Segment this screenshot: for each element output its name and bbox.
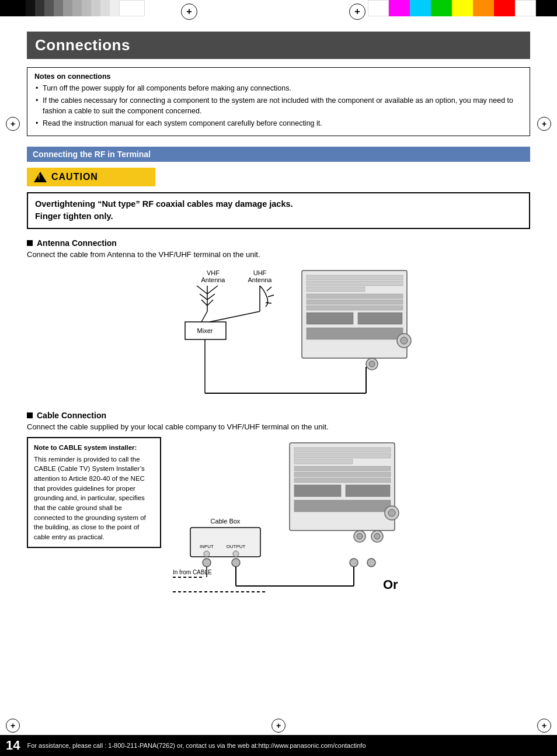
- caution-label: CAUTION: [51, 172, 98, 182]
- svg-point-59: [232, 559, 240, 567]
- cable-note-title: Note to CABLE system installer:: [34, 443, 154, 453]
- rf-section-header: Connecting the RF in Terminal: [27, 147, 530, 162]
- svg-rect-23: [307, 287, 365, 292]
- svg-text:Or: Or: [383, 577, 398, 592]
- reg-mark-bottom-left: +: [6, 719, 20, 733]
- caution-box: CAUTION: [27, 168, 155, 186]
- notes-item-2: If the cables necessary for connecting a…: [34, 95, 523, 116]
- footer-text: For assistance, please call : 1-800-211-…: [27, 742, 365, 749]
- svg-rect-38: [294, 453, 391, 458]
- left-color-bars: [0, 0, 145, 16]
- svg-text:Antenna: Antenna: [201, 276, 226, 283]
- svg-rect-21: [307, 275, 403, 280]
- cable-section-title: Cable Connection: [27, 411, 530, 420]
- warning-text-box: Overtightening “Nut type” RF coaxial cab…: [27, 192, 530, 230]
- svg-rect-42: [294, 478, 391, 483]
- svg-line-17: [201, 311, 207, 322]
- reg-mark-right: +: [537, 117, 551, 131]
- svg-point-61: [367, 559, 375, 567]
- footer: 14 For assistance, please call : 1-800-2…: [0, 735, 557, 756]
- svg-rect-43: [294, 485, 341, 497]
- cable-section: Cable Connection Connect the cable suppl…: [27, 411, 530, 597]
- reg-mark-bottom-right: +: [537, 719, 551, 733]
- page-title: Connections: [27, 32, 530, 59]
- svg-text:INPUT: INPUT: [200, 544, 214, 549]
- svg-rect-26: [307, 306, 403, 310]
- svg-rect-28: [358, 313, 402, 324]
- square-bullet-icon: [27, 240, 33, 246]
- svg-rect-41: [294, 472, 391, 477]
- svg-line-13: [268, 295, 274, 297]
- right-color-bars: [368, 0, 557, 16]
- cable-note-box: Note to CABLE system installer: This rem…: [27, 437, 161, 548]
- svg-rect-22: [307, 281, 403, 286]
- svg-text:Antenna: Antenna: [248, 276, 273, 283]
- cable-diagram-area: Cable Box INPUT OUTPUT: [173, 437, 530, 597]
- svg-rect-40: [294, 466, 391, 471]
- svg-line-9: [201, 300, 207, 306]
- notes-box: Notes on connections Turn off the power …: [27, 67, 530, 136]
- svg-point-49: [357, 533, 363, 539]
- svg-point-51: [374, 533, 380, 539]
- svg-rect-52: [190, 528, 260, 557]
- cable-connection-diagram: Note to CABLE system installer: This rem…: [27, 437, 530, 597]
- svg-point-56: [204, 551, 210, 557]
- svg-text:In from CABLE: In from CABLE: [173, 569, 212, 575]
- svg-line-12: [267, 287, 271, 291]
- antenna-desc: Connect the cable from Antenna to the VH…: [27, 250, 530, 259]
- svg-line-18: [210, 311, 260, 322]
- svg-text:Cable Box: Cable Box: [211, 518, 241, 525]
- cable-note-body: This reminder is provided to call the CA…: [34, 456, 146, 540]
- notes-list: Turn off the power supply for all compon…: [34, 83, 523, 129]
- notes-item-3: Read the instruction manual for each sys…: [34, 118, 523, 129]
- svg-rect-24: [307, 294, 403, 299]
- svg-rect-37: [294, 448, 391, 452]
- svg-rect-27: [307, 313, 353, 324]
- svg-text:VHF: VHF: [207, 269, 220, 276]
- svg-text:OUTPUT: OUTPUT: [227, 544, 246, 549]
- svg-line-10: [207, 300, 213, 306]
- square-bullet-cable-icon: [27, 412, 33, 418]
- svg-line-8: [207, 294, 215, 300]
- svg-line-7: [200, 294, 207, 300]
- caution-triangle-icon: [34, 172, 47, 182]
- svg-line-5: [197, 286, 207, 294]
- svg-rect-39: [294, 459, 353, 464]
- reg-mark-bottom-center: +: [271, 719, 286, 733]
- reg-mark-left: +: [6, 117, 20, 131]
- antenna-diagram: VHF Antenna UHF Antenna Mixer: [27, 265, 530, 399]
- svg-point-58: [203, 559, 211, 567]
- svg-rect-25: [307, 300, 403, 304]
- cable-diagram-svg: Cable Box INPUT OUTPUT: [173, 437, 418, 595]
- svg-rect-29: [307, 328, 403, 339]
- reg-mark-top-left: +: [181, 4, 197, 20]
- svg-point-60: [350, 559, 358, 567]
- svg-point-47: [388, 509, 395, 516]
- svg-rect-44: [346, 485, 390, 497]
- reg-mark-top-right: +: [349, 4, 365, 20]
- svg-point-33: [369, 361, 375, 367]
- cable-desc: Connect the cable supplied by your local…: [27, 422, 530, 431]
- svg-rect-45: [294, 500, 391, 512]
- svg-point-57: [233, 551, 239, 557]
- svg-text:UHF: UHF: [253, 269, 267, 276]
- svg-text:Mixer: Mixer: [197, 327, 213, 334]
- antenna-diagram-svg: VHF Antenna UHF Antenna Mixer: [115, 265, 442, 399]
- svg-line-14: [266, 303, 271, 303]
- svg-point-31: [401, 337, 408, 344]
- notes-item-1: Turn off the power supply for all compon…: [34, 83, 523, 93]
- notes-title: Notes on connections: [34, 72, 523, 81]
- antenna-section-title: Antenna Connection: [27, 238, 530, 248]
- footer-page-number: 14: [6, 738, 20, 753]
- svg-line-6: [207, 286, 218, 294]
